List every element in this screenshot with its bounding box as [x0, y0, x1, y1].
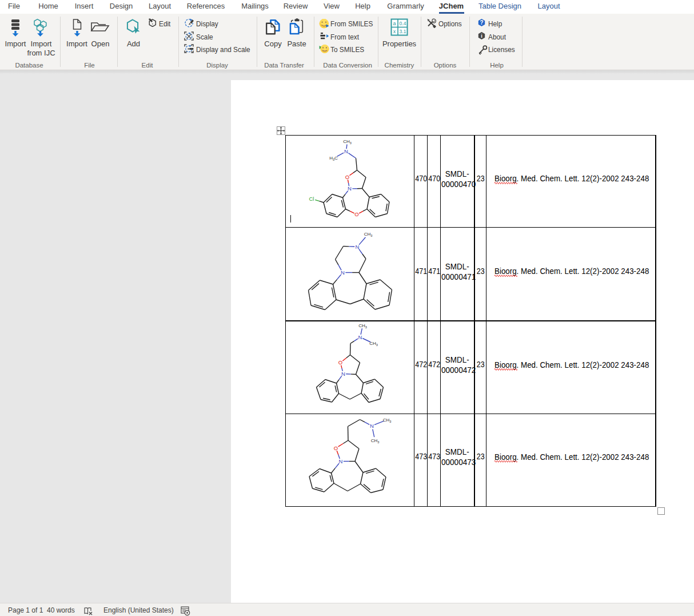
svg-text:3.1: 3.1: [400, 29, 406, 34]
svg-text:0.4: 0.4: [400, 21, 406, 26]
svg-text:x: x: [393, 29, 396, 34]
svg-text:i: i: [481, 33, 482, 39]
svg-text:a: a: [393, 21, 396, 26]
svg-text:?: ?: [480, 19, 483, 26]
